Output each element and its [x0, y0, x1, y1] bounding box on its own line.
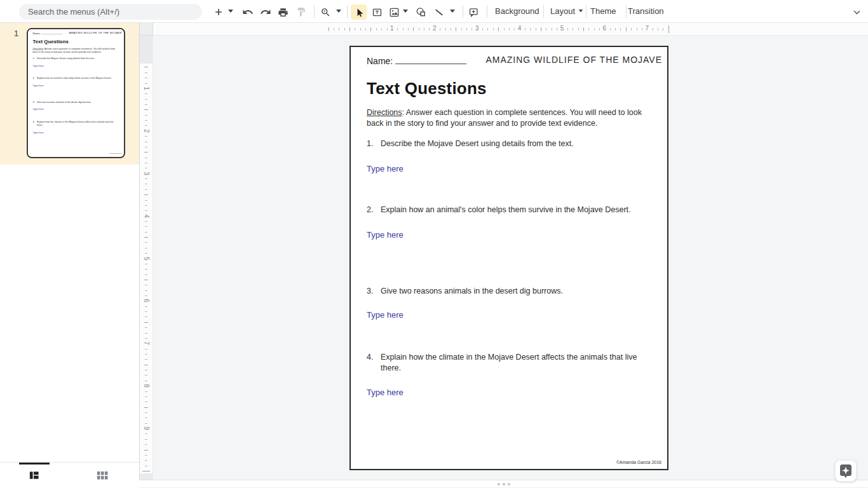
ruler-inch-label: 5 [143, 257, 150, 261]
worksheet-directions[interactable]: Directions: Answer each question in comp… [367, 107, 658, 129]
layout-button-label: Layout [550, 6, 575, 16]
hide-menus-button[interactable] [849, 4, 865, 20]
question-3[interactable]: 3. Give two reasons animals in the deser… [367, 286, 658, 297]
zoom-button[interactable] [318, 4, 334, 20]
answer-placeholder-2[interactable]: Type here [367, 230, 403, 240]
text-box-icon [372, 7, 383, 18]
question-2-number: 2. [367, 205, 381, 215]
question-2[interactable]: 2. Explain how an animal's color helps t… [32, 76, 119, 79]
worksheet-title[interactable]: Text Questions [367, 79, 487, 98]
question-4[interactable]: 4. Explain how the climate in the Mojave… [32, 120, 119, 126]
new-slide-button[interactable] [210, 4, 226, 20]
transition-button[interactable]: Transition [628, 6, 664, 17]
google-slides-app: Background Layout Theme Transition 1 Nam… [0, 0, 868, 488]
toolbar-separator [543, 5, 544, 18]
ruler-inch-label: 1 [390, 25, 394, 32]
ruler-inch-label: 7 [143, 342, 150, 346]
slide-page[interactable]: Name: AMAZING WILDLIFE OF THE MOJAVE Tex… [349, 46, 668, 470]
redo-button[interactable] [257, 4, 273, 20]
question-3[interactable]: 3. Give two reasons animals in the deser… [32, 100, 119, 104]
toolbar-separator [626, 5, 627, 18]
grid-view-button[interactable] [97, 470, 108, 480]
answer-placeholder-2[interactable]: Type here [32, 84, 43, 86]
insert-line-caret-icon[interactable] [450, 10, 455, 13]
layout-caret-icon [578, 10, 583, 13]
question-1[interactable]: 1. Describe the Mojave Desert using deta… [367, 139, 658, 149]
layout-button[interactable]: Layout [550, 6, 583, 17]
speaker-notes-strip [139, 480, 868, 488]
toolbar-separator [314, 5, 315, 18]
name-blank-line [395, 56, 466, 64]
comment-icon [468, 7, 479, 18]
insert-line-button[interactable] [431, 4, 447, 20]
insert-image-caret-icon[interactable] [403, 10, 408, 13]
line-icon [433, 7, 444, 18]
main-toolbar: Background Layout Theme Transition [0, 0, 868, 23]
worksheet-name-row[interactable]: Name: [367, 56, 466, 66]
vertical-ruler[interactable]: 123456789 [140, 36, 153, 480]
insert-image-button[interactable] [386, 4, 402, 20]
worksheet-credit: ©Amanda Garcia 2016 [108, 152, 121, 154]
vertical-ruler-offpage-bottom [140, 473, 153, 480]
background-button[interactable]: Background [495, 6, 539, 17]
answer-placeholder-4[interactable]: Type here [32, 131, 43, 133]
text-box-tool-button[interactable] [369, 4, 385, 20]
question-3-number: 3. [367, 286, 381, 297]
worksheet-header-title[interactable]: AMAZING WILDLIFE OF THE MOJAVE [69, 32, 122, 35]
slide-canvas-area: 1234567 123456789 Name: AMAZING WILDLIFE… [139, 23, 868, 480]
worksheet-title[interactable]: Text Questions [32, 39, 68, 44]
undo-button[interactable] [240, 4, 255, 20]
notes-drag-handle[interactable] [498, 483, 510, 485]
slide-number: 1 [14, 29, 18, 38]
directions-label: Directions [367, 108, 402, 117]
slide-filmstrip-panel: 1 Name: AMAZING WILDLIFE OF THE MOJAVE T… [0, 23, 139, 488]
filmstrip-view-button[interactable] [29, 470, 39, 480]
new-slide-caret-icon[interactable] [228, 10, 233, 13]
paint-format-button[interactable] [293, 4, 309, 20]
ruler-inch-label: 6 [603, 25, 607, 32]
slide-page[interactable]: Name: AMAZING WILDLIFE OF THE MOJAVE Tex… [28, 29, 123, 156]
insert-comment-button[interactable] [466, 4, 482, 20]
question-1-text: Describe the Mojave Desert using details… [37, 57, 95, 60]
question-4-text: Explain how the climate in the Mojave De… [381, 352, 658, 373]
horizontal-ruler[interactable]: 1234567 [153, 23, 868, 36]
question-2[interactable]: 2. Explain how an animal's color helps t… [367, 205, 658, 215]
view-toggle-bar [0, 462, 139, 488]
name-label: Name: [32, 32, 40, 35]
slide-thumbnail[interactable]: Name: AMAZING WILDLIFE OF THE MOJAVE Tex… [27, 28, 125, 158]
ruler-inch-label: 2 [433, 25, 437, 32]
answer-placeholder-1[interactable]: Type here [32, 64, 43, 67]
redo-icon [260, 6, 271, 18]
toolbar-separator [487, 5, 487, 18]
toolbar-separator [347, 5, 348, 18]
theme-button[interactable]: Theme [590, 6, 616, 17]
print-button[interactable] [275, 4, 291, 20]
question-4-text: Explain how the climate in the Mojave De… [37, 120, 119, 126]
chevron-down-icon [853, 10, 860, 15]
question-2-text: Explain how an animal's color helps them… [37, 76, 112, 79]
cursor-icon [354, 7, 364, 18]
answer-placeholder-3[interactable]: Type here [32, 108, 43, 111]
ruler-inch-label: 4 [143, 214, 150, 218]
question-1-number: 1. [367, 139, 381, 149]
question-4[interactable]: 4. Explain how the climate in the Mojave… [367, 352, 658, 373]
select-tool-button[interactable] [351, 4, 367, 20]
answer-placeholder-1[interactable]: Type here [367, 164, 403, 173]
answer-placeholder-3[interactable]: Type here [367, 310, 403, 320]
explore-button[interactable] [835, 460, 857, 482]
active-view-indicator [19, 463, 50, 464]
worksheet-directions[interactable]: Directions: Answer each question in comp… [32, 47, 119, 53]
paint-format-icon [296, 7, 306, 17]
insert-shape-button[interactable] [412, 4, 428, 20]
worksheet-name-row[interactable]: Name: [32, 32, 62, 35]
question-3-text: Give two reasons animals in the desert d… [381, 286, 563, 297]
zoom-caret-icon[interactable] [336, 10, 341, 13]
vertical-ruler-offpage-top [140, 36, 153, 64]
question-1[interactable]: 1. Describe the Mojave Desert using deta… [32, 57, 119, 60]
print-icon [278, 7, 288, 18]
search-input[interactable] [19, 4, 202, 20]
answer-placeholder-4[interactable]: Type here [367, 388, 403, 397]
worksheet-header-title[interactable]: AMAZING WILDLIFE OF THE MOJAVE [485, 55, 662, 65]
ruler-inch-label: 2 [143, 129, 150, 133]
ruler-inch-label: 7 [646, 25, 649, 32]
